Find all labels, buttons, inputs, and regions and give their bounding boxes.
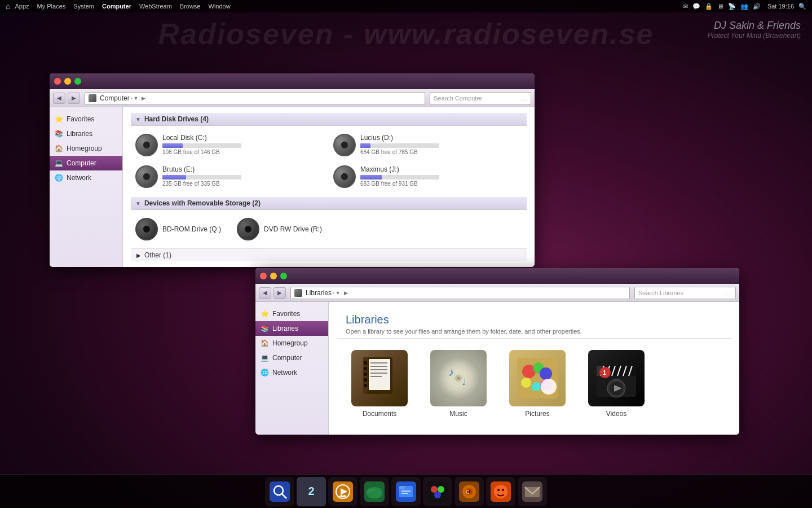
search-placeholder-text: Search Computer [434, 95, 482, 102]
library-pictures[interactable]: Pictures [504, 350, 571, 418]
address-bar-text: Computer [100, 94, 130, 102]
dvd-rw-name: DVD RW Drive (R:) [264, 225, 322, 233]
svg-point-9 [364, 361, 367, 365]
chat-icon[interactable]: 💬 [692, 3, 700, 10]
libraries-minimize-button[interactable] [270, 273, 277, 279]
library-music[interactable]: ♪ ♩ Music [425, 350, 492, 418]
library-videos[interactable]: 1 Videos [582, 350, 650, 418]
svg-point-58 [438, 486, 444, 493]
menu-window[interactable]: Window [209, 3, 231, 10]
computer-maximize-button[interactable] [74, 78, 81, 85]
libraries-dropdown[interactable]: ▼ [336, 290, 341, 296]
other-section[interactable]: ▶ Other (1) [131, 248, 527, 261]
svg-point-24 [521, 378, 531, 388]
svg-point-27 [541, 379, 557, 395]
torrent-app-icon[interactable] [328, 477, 358, 506]
drive-c[interactable]: Local Disk (C:) 108 GB free of 146 GB [133, 132, 326, 159]
computer-sidebar: ⭐ Favorites 📚 Libraries 🏠 Homegroup 💻 Co… [50, 107, 123, 267]
lib-sidebar-favorites[interactable]: ⭐ Favorites [255, 306, 328, 321]
menu-appz[interactable]: Appz [15, 3, 29, 10]
sidebar-item-favorites[interactable]: ⭐ Favorites [50, 112, 122, 126]
address-separator: • [131, 95, 133, 100]
dvd-rw-drive[interactable]: DVD RW Drive (R:) [235, 216, 324, 243]
svg-text:♪: ♪ [448, 366, 454, 378]
drive-e[interactable]: Brutus (E:) 235 GB free of 335 GB [133, 163, 326, 190]
clock: Sat 19:16 [767, 3, 794, 10]
libraries-search-icon: … [726, 290, 732, 296]
menu-browse[interactable]: Browse [180, 3, 201, 10]
libraries-separator: • [333, 290, 334, 295]
address-bar[interactable]: Computer • ▼ ▶ [85, 92, 425, 104]
library-documents[interactable]: Documents [346, 350, 413, 418]
game-app-icon[interactable] [360, 477, 389, 506]
mail-app-icon[interactable] [518, 477, 547, 506]
music-icon: ♪ ♩ [430, 350, 487, 406]
computer-close-button[interactable] [54, 78, 61, 85]
lib-libraries-icon: 📚 [260, 324, 269, 333]
monitor-icon[interactable]: 🖥 [717, 3, 723, 10]
menu-webstream[interactable]: WebStream [139, 3, 172, 10]
users-icon[interactable]: 👥 [740, 3, 748, 10]
lib-sidebar-libraries[interactable]: 📚 Libraries [255, 321, 328, 336]
address-bar-icon [89, 94, 96, 102]
network-icon[interactable]: 📡 [728, 3, 736, 10]
libraries-address-bar[interactable]: Libraries • ▼ ▶ [290, 287, 630, 299]
face-app-icon[interactable] [486, 477, 515, 506]
svg-rect-54 [401, 491, 411, 492]
address-navigate[interactable]: ▶ [142, 95, 145, 101]
svg-point-13 [364, 384, 367, 387]
network-sidebar-icon: 🌐 [54, 173, 63, 182]
volume-icon[interactable]: 🔊 [753, 3, 761, 10]
back-button[interactable]: ◀ [53, 93, 65, 104]
sidebar-item-network[interactable]: 🌐 Network [50, 170, 122, 185]
drive-d[interactable]: Lucius (D:) 684 GB free of 785 GB [331, 132, 524, 159]
mix-app-icon[interactable] [423, 477, 452, 506]
svg-rect-7 [370, 376, 382, 377]
music-app-icon[interactable]: ♫ [454, 477, 484, 506]
address-dropdown[interactable]: ▼ [134, 95, 139, 101]
search-icon[interactable]: 🔍 [798, 3, 806, 10]
files-app-icon[interactable] [391, 477, 421, 506]
svg-point-67 [497, 489, 500, 491]
libraries-toolbar: ◀ ▶ Libraries • ▼ ▶ Search Libraries … [255, 284, 739, 302]
lib-sidebar-homegroup[interactable]: 🏠 Homegroup [255, 336, 328, 351]
sidebar-item-homegroup[interactable]: 🏠 Homegroup [50, 141, 122, 156]
hdd-section-header[interactable]: ▼ Hard Disk Drives (4) [131, 113, 527, 126]
menu-myplaces[interactable]: My Places [37, 3, 66, 10]
svg-rect-4 [370, 366, 387, 367]
number2-app-icon[interactable]: 2 [297, 477, 326, 506]
search-app-icon[interactable] [265, 477, 294, 506]
libraries-content-title: Libraries [346, 313, 722, 326]
libraries-navigate[interactable]: ▶ [344, 290, 348, 296]
other-chevron: ▶ [136, 252, 141, 259]
lib-sidebar-network[interactable]: 🌐 Network [255, 365, 328, 380]
lib-sidebar-computer[interactable]: 💻 Computer [255, 351, 328, 365]
lock-icon[interactable]: 🔒 [705, 3, 713, 10]
email-icon[interactable]: ✉ [683, 3, 688, 10]
drive-c-bar-fill [162, 143, 183, 148]
libraries-forward-button[interactable]: ▶ [273, 287, 286, 299]
computer-minimize-button[interactable] [64, 78, 71, 85]
drive-j-bar-bg [360, 175, 439, 179]
menu-system[interactable]: System [73, 3, 94, 10]
libraries-close-button[interactable] [260, 273, 267, 279]
menu-computer[interactable]: Computer [102, 3, 131, 10]
home-icon[interactable]: ⌂ [6, 2, 10, 11]
sidebar-item-computer[interactable]: 💻 Computer [50, 156, 122, 170]
libraries-maximize-button[interactable] [280, 273, 287, 279]
drive-d-bar-bg [360, 143, 439, 148]
svg-rect-44 [270, 481, 290, 502]
drive-j[interactable]: Maximus (J:) 683 GB free of 931 GB [331, 163, 524, 190]
libraries-search-box[interactable]: Search Libraries … [634, 287, 736, 299]
lib-homegroup-icon: 🏠 [260, 339, 269, 348]
sidebar-item-libraries[interactable]: 📚 Libraries [50, 126, 122, 141]
drive-c-name: Local Disk (C:) [162, 134, 324, 142]
bd-rom-drive[interactable]: BD-ROM Drive (Q:) [133, 216, 223, 243]
forward-button[interactable]: ▶ [68, 93, 80, 104]
libraries-back-button[interactable]: ◀ [259, 287, 271, 299]
search-box[interactable]: Search Computer … [430, 92, 531, 104]
removable-grid: BD-ROM Drive (Q:) DVD RW Drive (R:) [131, 216, 527, 243]
removable-section-header[interactable]: ▼ Devices with Removable Storage (2) [131, 197, 527, 210]
videos-label: Videos [606, 410, 626, 418]
removable-chevron: ▼ [135, 200, 141, 207]
